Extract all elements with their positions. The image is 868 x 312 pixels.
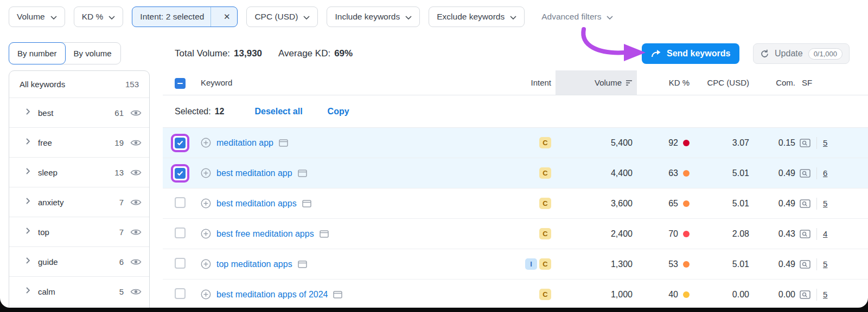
eye-icon[interactable] (130, 198, 142, 206)
filter-include-label: Include keywords (335, 12, 400, 22)
column-header-volume[interactable]: Volume (556, 70, 637, 95)
tab-by-volume[interactable]: By volume (65, 43, 120, 64)
serp-features-icon[interactable] (800, 169, 810, 178)
row-checkbox[interactable] (175, 288, 186, 299)
keyword-link[interactable]: best meditation apps of 2024 (216, 290, 328, 300)
add-keyword-icon[interactable] (201, 289, 211, 300)
chevron-right-icon[interactable] (25, 108, 30, 118)
serp-preview-icon[interactable] (298, 261, 307, 268)
serp-features-icon[interactable] (800, 199, 810, 208)
sidebar-item-group[interactable]: free 19 (9, 128, 149, 158)
cpc-value: 2.08 (694, 229, 754, 239)
chevron-right-icon[interactable] (25, 227, 30, 237)
row-checkbox[interactable] (175, 138, 186, 148)
table-row[interactable]: meditation app C 5,400 92 3.07 0.15 5 (163, 128, 868, 158)
add-keyword-icon[interactable] (201, 138, 211, 148)
table-row[interactable]: best meditation app C 4,400 63 5.01 0.49… (163, 158, 868, 188)
eye-icon[interactable] (130, 288, 142, 296)
chevron-down-icon (108, 16, 115, 20)
row-checkbox[interactable] (175, 227, 186, 238)
send-keywords-button[interactable]: Send keywords (642, 43, 739, 64)
filter-cpc[interactable]: CPC (USD) (246, 6, 318, 27)
add-keyword-icon[interactable] (201, 198, 211, 209)
group-count: 61 (114, 108, 124, 118)
chevron-right-icon[interactable] (25, 197, 30, 207)
serp-preview-icon[interactable] (302, 200, 311, 207)
chevron-down-icon (303, 16, 310, 20)
serp-preview-icon[interactable] (279, 139, 288, 147)
filter-advanced[interactable]: Advanced filters (533, 6, 621, 27)
sidebar-item-all-keywords[interactable]: All keywords 153 (9, 71, 149, 98)
sf-count-link[interactable]: 5 (823, 138, 827, 147)
sidebar-item-group[interactable]: guide 6 (9, 247, 149, 277)
intent-badge: C (539, 289, 551, 300)
serp-preview-icon[interactable] (298, 170, 307, 177)
deselect-all-link[interactable]: Deselect all (255, 107, 303, 116)
sidebar-item-group[interactable]: sleep 13 (9, 158, 149, 187)
keyword-link[interactable]: meditation app (216, 138, 273, 148)
update-label: Update (775, 49, 803, 58)
table-row[interactable]: top meditation apps I C 1,300 53 5.01 0.… (163, 249, 868, 280)
eye-icon[interactable] (130, 109, 142, 117)
send-arrow-icon (651, 49, 661, 58)
update-button[interactable]: Update 0/1,000 (753, 43, 850, 64)
filter-volume[interactable]: Volume (9, 6, 65, 27)
keyword-link[interactable]: best meditation apps (216, 199, 297, 209)
sidebar-item-group[interactable]: top 7 (9, 217, 149, 247)
row-checkbox[interactable] (175, 258, 186, 269)
keyword-link[interactable]: best meditation app (216, 168, 292, 178)
chevron-right-icon[interactable] (25, 257, 30, 266)
select-all-checkbox[interactable] (175, 78, 186, 89)
divider (210, 7, 211, 27)
group-label: anxiety (38, 198, 119, 207)
serp-features-icon[interactable] (800, 260, 810, 269)
chevron-right-icon[interactable] (25, 138, 30, 147)
keyword-link[interactable]: best free meditation apps (216, 229, 314, 239)
column-header-intent: Intent (496, 78, 556, 87)
sf-count-link[interactable]: 5 (823, 290, 827, 299)
filter-kd[interactable]: KD % (74, 6, 124, 27)
add-keyword-icon[interactable] (201, 229, 211, 239)
sidebar-item-group[interactable]: best 61 (9, 98, 149, 128)
sf-count-link[interactable]: 5 (823, 199, 827, 208)
divider (816, 258, 817, 270)
serp-features-icon[interactable] (800, 230, 810, 238)
serp-preview-icon[interactable] (333, 291, 342, 298)
column-header-kd: KD % (637, 78, 694, 87)
serp-preview-icon[interactable] (320, 230, 329, 238)
sf-count-link[interactable]: 6 (823, 168, 827, 178)
intent-badge: C (539, 167, 551, 179)
table-row[interactable]: best meditation apps C 3,600 65 5.01 0.4… (163, 188, 868, 219)
cpc-value: 5.01 (694, 199, 754, 209)
keyword-link[interactable]: top meditation apps (216, 259, 292, 269)
table-row[interactable]: best meditation apps of 2024 C 1,000 40 … (163, 280, 868, 308)
copy-link[interactable]: Copy (328, 107, 349, 116)
row-checkbox[interactable] (175, 168, 186, 179)
add-keyword-icon[interactable] (201, 168, 211, 178)
serp-features-icon[interactable] (800, 139, 810, 147)
sf-count-link[interactable]: 5 (823, 259, 827, 269)
add-keyword-icon[interactable] (201, 259, 211, 269)
eye-icon[interactable] (130, 139, 142, 147)
eye-icon[interactable] (130, 168, 142, 177)
chevron-right-icon[interactable] (25, 287, 30, 296)
sidebar-item-group[interactable]: anxiety 7 (9, 187, 149, 217)
group-label: sleep (38, 168, 114, 177)
table-row[interactable]: best free meditation apps C 2,400 70 2.0… (163, 219, 868, 249)
group-label: calm (38, 287, 119, 296)
sf-count-link[interactable]: 4 (823, 229, 827, 238)
filter-intent[interactable]: Intent: 2 selected ✕ (132, 6, 238, 27)
close-icon[interactable]: ✕ (216, 7, 237, 27)
chevron-right-icon[interactable] (25, 167, 30, 177)
eye-icon[interactable] (130, 258, 142, 266)
tab-by-number[interactable]: By number (9, 42, 66, 64)
filter-exclude-label: Exclude keywords (437, 12, 505, 22)
filter-include-keywords[interactable]: Include keywords (327, 6, 420, 27)
column-header-sf: SF (800, 78, 859, 87)
selected-label: Selected: (175, 107, 211, 116)
filter-exclude-keywords[interactable]: Exclude keywords (429, 6, 525, 27)
row-checkbox[interactable] (175, 197, 186, 208)
sidebar-item-group[interactable]: calm 5 (9, 277, 149, 307)
eye-icon[interactable] (130, 228, 142, 236)
serp-features-icon[interactable] (800, 290, 810, 299)
